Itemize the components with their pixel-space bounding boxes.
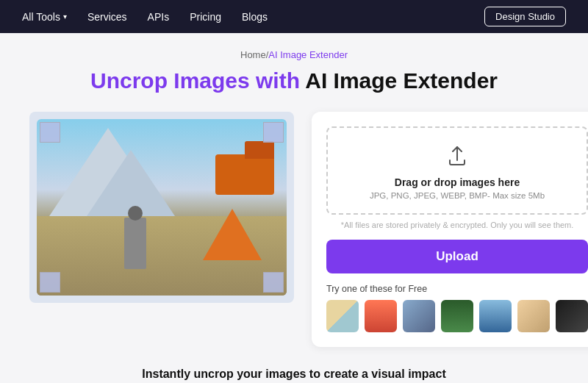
drop-zone[interactable]: Drag or drop images here JPG, PNG, JPEG,… <box>326 126 588 215</box>
sample-image-6[interactable] <box>517 300 550 332</box>
nav-apis[interactable]: APIs <box>148 11 170 23</box>
corner-handle-br <box>263 272 284 293</box>
nav-pricing[interactable]: Pricing <box>190 11 221 23</box>
nav-services[interactable]: Services <box>87 11 127 23</box>
image-preview-container <box>29 112 294 303</box>
title-purple: Uncrop Images with <box>90 68 300 93</box>
scene-background <box>37 119 287 296</box>
sample-image-3[interactable] <box>403 300 435 332</box>
try-label: Try one of these for Free <box>326 284 588 294</box>
image-preview <box>37 119 287 296</box>
bottom-title: Instantly uncrop your images to create a… <box>0 368 588 381</box>
upload-icon <box>340 144 575 171</box>
sample-image-7[interactable] <box>556 300 588 332</box>
person <box>124 218 146 269</box>
chevron-down-icon: ▾ <box>63 12 67 21</box>
nav-links: All Tools ▾ Services APIs Pricing Blogs <box>22 11 268 23</box>
upload-panel: Drag or drop images here JPG, PNG, JPEG,… <box>312 112 588 347</box>
title-black: AI Image Extender <box>305 68 498 93</box>
breadcrumb-current: AI Image Extender <box>268 49 348 60</box>
nav-all-tools[interactable]: All Tools ▾ <box>22 11 67 23</box>
truck <box>215 154 274 195</box>
sample-images <box>326 300 588 332</box>
main-content: Drag or drop images here JPG, PNG, JPEG,… <box>29 112 559 347</box>
person-head <box>128 206 143 221</box>
navbar: All Tools ▾ Services APIs Pricing Blogs … <box>0 0 588 33</box>
breadcrumb: Home / AI Image Extender <box>0 49 588 60</box>
drop-text-main: Drag or drop images here <box>340 176 575 188</box>
drop-text-sub: JPG, PNG, JPEG, WEBP, BMP- Max size 5Mb <box>340 191 575 200</box>
nav-blogs[interactable]: Blogs <box>242 11 268 23</box>
page-title: Uncrop Images with AI Image Extender <box>0 68 588 94</box>
bottom-text: Instantly uncrop your images to create a… <box>0 368 588 383</box>
privacy-note: *All files are stored privately & encryp… <box>326 221 588 229</box>
sample-image-4[interactable] <box>441 300 473 332</box>
breadcrumb-home[interactable]: Home <box>240 49 266 60</box>
corner-handle-tl <box>40 122 60 143</box>
sample-image-1[interactable] <box>326 300 359 332</box>
page-title-area: Uncrop Images with AI Image Extender <box>0 68 588 94</box>
corner-handle-bl <box>40 272 60 293</box>
sample-image-2[interactable] <box>365 300 397 332</box>
all-tools-label: All Tools <box>22 11 60 23</box>
corner-handle-tr <box>263 122 284 143</box>
sample-image-5[interactable] <box>479 300 512 332</box>
upload-button[interactable]: Upload <box>326 240 588 273</box>
truck-cabin <box>245 141 274 159</box>
design-studio-button[interactable]: Design Studio <box>484 7 566 26</box>
